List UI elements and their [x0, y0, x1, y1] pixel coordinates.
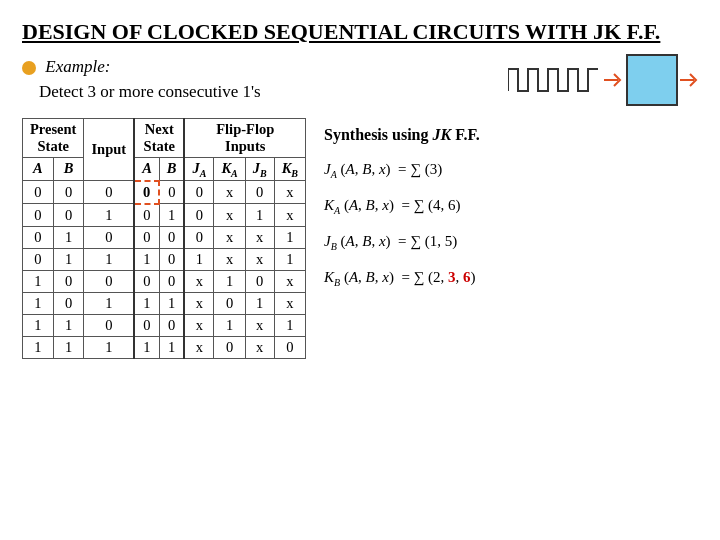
cell: 1 — [214, 270, 245, 292]
col-KA: KA — [214, 157, 245, 181]
cell: x — [274, 292, 305, 314]
next-state-header: NextState — [134, 118, 184, 157]
cell: 1 — [245, 204, 274, 227]
cell: 0 — [23, 248, 54, 270]
cell: 0 — [134, 226, 159, 248]
table-row: 1 0 0 0 0 x 1 0 x — [23, 270, 306, 292]
cell: 1 — [134, 292, 159, 314]
cell: 0 — [274, 336, 305, 358]
table-row: 0 1 0 0 0 0 x x 1 — [23, 226, 306, 248]
col-A-next: A — [134, 157, 159, 181]
clock-diagram — [508, 54, 698, 106]
cell: 0 — [84, 226, 134, 248]
cell: 1 — [84, 204, 134, 227]
cell: 0 — [134, 270, 159, 292]
cell: x — [214, 226, 245, 248]
cell: 1 — [23, 292, 54, 314]
cell: x — [184, 292, 213, 314]
cell: 1 — [159, 204, 184, 227]
cell: 0 — [214, 292, 245, 314]
truth-table-area: PresentState Input NextState Flip-FlopIn… — [22, 118, 306, 531]
cell: 0 — [159, 270, 184, 292]
table-row: 1 1 0 0 0 x 1 x 1 — [23, 314, 306, 336]
cell: x — [274, 181, 305, 204]
input-header: Input — [84, 118, 134, 181]
cell: x — [245, 248, 274, 270]
flipflop-box — [626, 54, 678, 106]
cell: x — [184, 314, 213, 336]
table-row: 0 1 1 1 0 1 x x 1 — [23, 248, 306, 270]
cell: 0 — [84, 314, 134, 336]
cell: x — [214, 248, 245, 270]
cell: 0 — [159, 314, 184, 336]
truth-table: PresentState Input NextState Flip-FlopIn… — [22, 118, 306, 359]
col-JA: JA — [184, 157, 213, 181]
cell: 1 — [274, 314, 305, 336]
arrow-icon — [602, 54, 622, 106]
cell: x — [245, 226, 274, 248]
cell: 0 — [214, 336, 245, 358]
cell: 1 — [23, 336, 54, 358]
formula-JA: JA (A, B, x) = ∑ (3) — [324, 158, 698, 182]
col-B-next: B — [159, 157, 184, 181]
cell: 0 — [23, 204, 54, 227]
table-row: 0 0 1 0 1 0 x 1 x — [23, 204, 306, 227]
cell: 1 — [134, 248, 159, 270]
cell: 1 — [274, 248, 305, 270]
cell: x — [274, 270, 305, 292]
cell: 1 — [159, 336, 184, 358]
table-row: 1 0 1 1 1 x 0 1 x — [23, 292, 306, 314]
cell: x — [184, 336, 213, 358]
formula-KA: KA (A, B, x) = ∑ (4, 6) — [324, 194, 698, 218]
cell: 0 — [159, 226, 184, 248]
cell: 0 — [184, 181, 213, 204]
col-JB: JB — [245, 157, 274, 181]
clock-waveform — [508, 61, 598, 99]
arrow-out-icon — [678, 54, 698, 106]
cell: x — [245, 336, 274, 358]
cell: 0 — [245, 181, 274, 204]
cell: 1 — [23, 314, 54, 336]
example-text: Example: Detect 3 or more consecutive 1'… — [22, 54, 261, 105]
cell: 1 — [84, 248, 134, 270]
cell: 0 — [53, 292, 84, 314]
cell: x — [214, 181, 245, 204]
table-row: 0 0 0 0 0 0 x 0 x — [23, 181, 306, 204]
formula-KB: KB (A, B, x) = ∑ (2, 3, 6) — [324, 266, 698, 290]
cell: 0 — [134, 204, 159, 227]
flipflop-header: Flip-FlopInputs — [184, 118, 305, 157]
cell: 1 — [23, 270, 54, 292]
cell: 1 — [84, 336, 134, 358]
cell: x — [184, 270, 213, 292]
cell: 0 — [53, 204, 84, 227]
col-KB: KB — [274, 157, 305, 181]
cell-highlighted: 0 — [134, 181, 159, 204]
example-label: Example: — [45, 57, 110, 76]
cell: 0 — [184, 226, 213, 248]
cell: 0 — [84, 270, 134, 292]
subtitle-row: Example: Detect 3 or more consecutive 1'… — [22, 54, 698, 106]
cell: 1 — [53, 248, 84, 270]
formulas-area: Synthesis using JK F.F. JA (A, B, x) = ∑… — [324, 118, 698, 531]
cell: 0 — [159, 181, 184, 204]
example-description: Detect 3 or more consecutive 1's — [39, 82, 261, 101]
cell: 0 — [134, 314, 159, 336]
table-row: 1 1 1 1 1 x 0 x 0 — [23, 336, 306, 358]
synthesis-label: Synthesis using JK F.F. — [324, 126, 698, 144]
cell: 1 — [134, 336, 159, 358]
cell: 1 — [184, 248, 213, 270]
col-B-present: B — [53, 157, 84, 181]
cell: x — [214, 204, 245, 227]
cell: 1 — [84, 292, 134, 314]
page-title: DESIGN OF CLOCKED SEQUENTIAL CIRCUITS WI… — [22, 18, 698, 46]
col-A-present: A — [23, 157, 54, 181]
cell: 1 — [274, 226, 305, 248]
cell: 0 — [245, 270, 274, 292]
bullet-icon — [22, 61, 36, 75]
present-state-header: PresentState — [23, 118, 84, 157]
cell: 1 — [214, 314, 245, 336]
main-content: PresentState Input NextState Flip-FlopIn… — [22, 118, 698, 531]
cell: 0 — [23, 226, 54, 248]
page: DESIGN OF CLOCKED SEQUENTIAL CIRCUITS WI… — [0, 0, 720, 540]
cell: 0 — [159, 248, 184, 270]
